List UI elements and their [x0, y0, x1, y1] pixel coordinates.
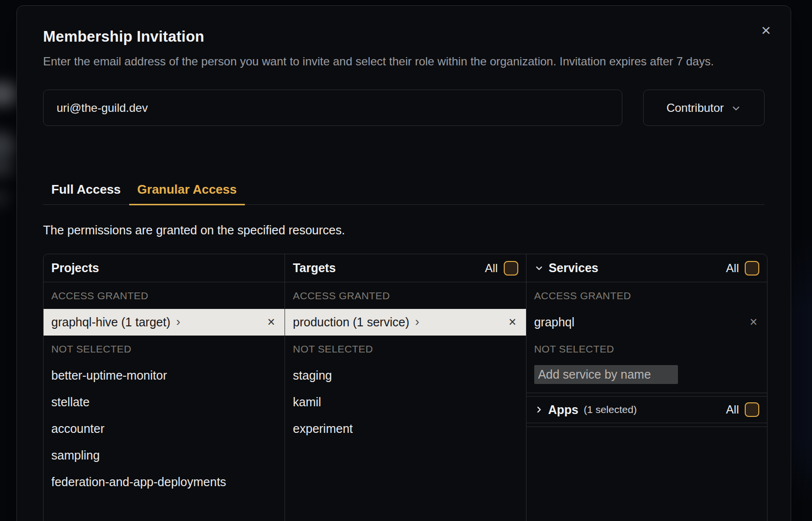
targets-all-label: All — [485, 261, 498, 275]
apps-all-checkbox[interactable] — [745, 402, 759, 417]
add-service-input[interactable] — [534, 365, 678, 384]
chevron-right-icon: › — [176, 315, 180, 330]
remove-icon: × — [509, 315, 516, 329]
services-all-wrap: All — [726, 261, 759, 276]
chevron-down-icon — [731, 103, 741, 114]
remove-icon: × — [750, 315, 757, 329]
services-column-title: Services — [549, 261, 599, 275]
tab-full-access[interactable]: Full Access — [43, 182, 129, 205]
membership-invitation-dialog: × Membership Invitation Enter the email … — [16, 5, 791, 521]
apps-title: Apps — [548, 403, 579, 417]
services-not-selected-label: NOT SELECTED — [526, 336, 767, 362]
blurred-background-content — [0, 160, 15, 176]
access-tabs: Full Access Granular Access — [43, 182, 765, 205]
apps-section-header[interactable]: Apps (1 selected) All — [526, 396, 767, 423]
services-empty-area — [526, 427, 767, 521]
projects-not-selected-list: better-uptime-monitor stellate accounter… — [44, 362, 285, 495]
project-row[interactable]: stellate — [44, 389, 285, 415]
project-row-label: federation-and-app-deployments — [51, 475, 226, 489]
apps-all-label: All — [726, 403, 739, 416]
email-input[interactable] — [43, 90, 622, 126]
blurred-background-content — [791, 232, 812, 504]
role-value: Contributor — [666, 101, 724, 115]
targets-access-granted-label: ACCESS GRANTED — [285, 282, 526, 309]
target-row[interactable]: experiment — [285, 415, 526, 442]
resource-picker-table: Projects ACCESS GRANTED graphql-hive (1 … — [43, 254, 767, 521]
project-row-label: accounter — [51, 422, 105, 436]
apps-all-wrap: All — [726, 402, 759, 417]
services-access-granted-label: ACCESS GRANTED — [526, 282, 767, 309]
project-row-selected[interactable]: graphql-hive (1 target) › × — [44, 309, 285, 336]
chevron-right-icon: › — [415, 315, 420, 330]
project-row[interactable]: accounter — [44, 415, 285, 442]
remove-project-button[interactable]: × — [268, 316, 275, 329]
close-icon: × — [761, 21, 771, 39]
project-row-label: graphql-hive (1 target) — [51, 315, 170, 329]
target-row[interactable]: staging — [285, 362, 526, 389]
project-row[interactable]: sampling — [44, 442, 285, 469]
service-row-granted[interactable]: graphql × — [526, 309, 767, 336]
projects-column: Projects ACCESS GRANTED graphql-hive (1 … — [44, 254, 285, 521]
services-section: Services All ACCESS GRANTED graphql × NO… — [526, 254, 767, 393]
chevron-down-icon — [534, 263, 544, 273]
project-row-label: sampling — [51, 448, 100, 462]
targets-not-selected-list: staging kamil experiment — [285, 362, 526, 442]
targets-column-title: Targets — [293, 261, 335, 275]
invite-form-row: Contributor — [43, 90, 765, 126]
chevron-right-icon — [534, 405, 544, 414]
projects-access-granted-label: ACCESS GRANTED — [44, 282, 285, 309]
service-row-label: graphql — [534, 315, 574, 329]
projects-column-header: Projects — [44, 254, 285, 282]
projects-column-title: Projects — [51, 261, 99, 275]
services-column: Services All ACCESS GRANTED graphql × NO… — [526, 254, 767, 521]
projects-not-selected-label: NOT SELECTED — [44, 336, 285, 362]
remove-service-button[interactable]: × — [750, 316, 757, 329]
targets-all-wrap: All — [485, 261, 518, 276]
target-row-label: experiment — [293, 422, 353, 436]
add-service-row — [526, 362, 767, 393]
blurred-background-content — [0, 132, 17, 161]
dialog-title: Membership Invitation — [43, 28, 765, 46]
dialog-description: Enter the email address of the person yo… — [43, 53, 767, 70]
remove-target-button[interactable]: × — [509, 316, 516, 329]
services-all-label: All — [726, 261, 739, 275]
targets-all-checkbox[interactable] — [504, 261, 518, 276]
project-row[interactable]: federation-and-app-deployments — [44, 469, 285, 495]
target-row-label: staging — [293, 368, 332, 383]
apps-selected-count: (1 selected) — [584, 404, 637, 415]
targets-column-header: Targets All — [285, 254, 526, 282]
project-row-label: stellate — [51, 395, 90, 409]
remove-icon: × — [268, 315, 275, 329]
targets-not-selected-label: NOT SELECTED — [285, 336, 526, 362]
close-button[interactable]: × — [758, 22, 774, 38]
target-row[interactable]: kamil — [285, 389, 526, 415]
blurred-background-content — [0, 190, 11, 206]
role-select[interactable]: Contributor — [643, 90, 765, 126]
target-row-selected[interactable]: production (1 service) › × — [285, 309, 526, 336]
services-column-header[interactable]: Services All — [526, 254, 767, 282]
tab-granular-access[interactable]: Granular Access — [129, 182, 245, 205]
target-row-label: kamil — [293, 395, 321, 409]
targets-column: Targets All ACCESS GRANTED production (1… — [285, 254, 526, 521]
services-all-checkbox[interactable] — [745, 261, 759, 276]
project-row[interactable]: better-uptime-monitor — [44, 362, 285, 389]
permissions-note: The permissions are granted on the speci… — [43, 223, 765, 237]
target-row-label: production (1 service) — [293, 315, 409, 329]
project-row-label: better-uptime-monitor — [51, 368, 167, 383]
